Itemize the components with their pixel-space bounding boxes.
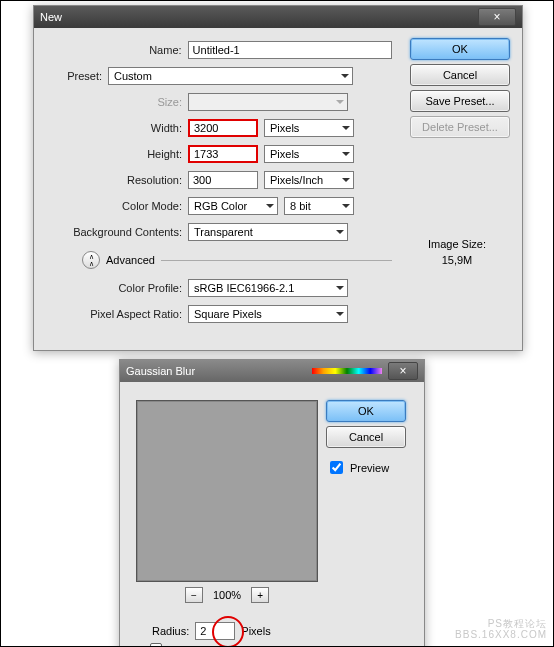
preview-area[interactable] xyxy=(136,400,318,582)
save-preset-button[interactable]: Save Preset... xyxy=(410,90,510,112)
color-depth-value: 8 bit xyxy=(290,200,311,212)
divider xyxy=(161,260,392,261)
advanced-label: Advanced xyxy=(106,254,155,266)
chevron-down-icon xyxy=(342,178,350,182)
height-unit-dropdown[interactable]: Pixels xyxy=(264,145,354,163)
radius-slider[interactable] xyxy=(138,642,406,647)
color-mode-value: RGB Color xyxy=(194,200,247,212)
bg-contents-dropdown[interactable]: Transparent xyxy=(188,223,348,241)
close-icon: × xyxy=(493,10,500,24)
chevron-down-icon xyxy=(336,312,344,316)
preview-checkbox-row[interactable]: Preview xyxy=(326,458,406,477)
color-depth-dropdown[interactable]: 8 bit xyxy=(284,197,354,215)
chevron-down-icon xyxy=(266,204,274,208)
chevron-down-icon xyxy=(336,230,344,234)
preview-checkbox[interactable] xyxy=(330,461,343,474)
preset-dropdown[interactable]: Custom xyxy=(108,67,353,85)
radius-input[interactable] xyxy=(195,622,235,640)
chevron-down-icon xyxy=(342,204,350,208)
new-dialog-titlebar: New × xyxy=(34,6,522,28)
preset-label: Preset: xyxy=(42,70,108,82)
pixel-aspect-label: Pixel Aspect Ratio: xyxy=(42,308,188,320)
preset-value: Custom xyxy=(114,70,152,82)
zoom-out-button[interactable]: − xyxy=(185,587,203,603)
color-profile-dropdown[interactable]: sRGB IEC61966-2.1 xyxy=(188,279,348,297)
resolution-input[interactable] xyxy=(188,171,258,189)
chevron-down-icon xyxy=(341,74,349,78)
width-label: Width: xyxy=(42,122,188,134)
ok-button[interactable]: OK xyxy=(410,38,510,60)
watermark-line2: BBS.16XX8.COM xyxy=(455,629,547,640)
height-input[interactable] xyxy=(188,145,258,163)
bg-contents-label: Background Contents: xyxy=(42,226,188,238)
resolution-label: Resolution: xyxy=(42,174,188,186)
close-button[interactable]: × xyxy=(478,8,516,26)
delete-preset-button: Delete Preset... xyxy=(410,116,510,138)
radius-unit: Pixels xyxy=(241,625,270,637)
pixel-aspect-value: Square Pixels xyxy=(194,308,262,320)
bg-contents-value: Transparent xyxy=(194,226,253,238)
size-dropdown xyxy=(188,93,348,111)
width-unit-value: Pixels xyxy=(270,122,299,134)
color-mode-label: Color Mode: xyxy=(42,200,188,212)
watermark-line1: PS教程论坛 xyxy=(455,618,547,629)
advanced-toggle[interactable]: ∧∧ xyxy=(82,251,100,269)
new-dialog-title: New xyxy=(40,11,62,23)
zoom-value: 100% xyxy=(213,589,241,601)
close-icon: × xyxy=(399,364,406,378)
color-profile-label: Color Profile: xyxy=(42,282,188,294)
color-mode-dropdown[interactable]: RGB Color xyxy=(188,197,278,215)
gaussian-blur-titlebar: Gaussian Blur × xyxy=(120,360,424,382)
cancel-button[interactable]: Cancel xyxy=(410,64,510,86)
gaussian-blur-title: Gaussian Blur xyxy=(126,365,195,377)
color-profile-value: sRGB IEC61966-2.1 xyxy=(194,282,294,294)
resolution-unit-value: Pixels/Inch xyxy=(270,174,323,186)
chevron-down-icon xyxy=(336,286,344,290)
chevron-down-icon xyxy=(342,126,350,130)
name-label: Name: xyxy=(42,44,188,56)
cancel-button[interactable]: Cancel xyxy=(326,426,406,448)
minus-icon: − xyxy=(191,590,197,601)
ok-button[interactable]: OK xyxy=(326,400,406,422)
chevron-up-icon: ∧∧ xyxy=(89,253,94,267)
name-input[interactable] xyxy=(188,41,392,59)
close-button[interactable]: × xyxy=(388,362,418,380)
chevron-down-icon xyxy=(342,152,350,156)
width-unit-dropdown[interactable]: Pixels xyxy=(264,119,354,137)
size-label: Size: xyxy=(42,96,188,108)
chevron-down-icon xyxy=(336,100,344,104)
pixel-aspect-dropdown[interactable]: Square Pixels xyxy=(188,305,348,323)
image-size-value: 15,9M xyxy=(412,254,502,266)
resolution-unit-dropdown[interactable]: Pixels/Inch xyxy=(264,171,354,189)
preview-label: Preview xyxy=(350,462,389,474)
radius-label: Radius: xyxy=(152,625,189,637)
zoom-in-button[interactable]: + xyxy=(251,587,269,603)
height-label: Height: xyxy=(42,148,188,160)
watermark: PS教程论坛 BBS.16XX8.COM xyxy=(455,618,547,640)
slider-thumb[interactable] xyxy=(150,643,162,647)
plus-icon: + xyxy=(257,590,263,601)
height-unit-value: Pixels xyxy=(270,148,299,160)
color-strip-icon xyxy=(312,368,382,374)
width-input[interactable] xyxy=(188,119,258,137)
image-size-label: Image Size: xyxy=(412,238,502,250)
